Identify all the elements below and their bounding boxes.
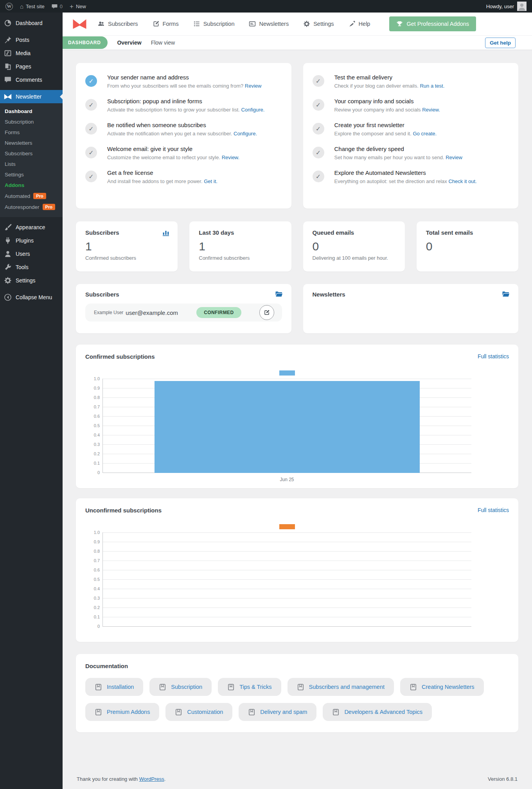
checklist-item-your-company-info-and-socials: ✓ Your company info and socials Review y… (313, 98, 509, 113)
submenu-item-automated[interactable]: AutomatedPro (0, 191, 63, 201)
pages-icon (4, 63, 12, 70)
tools-icon (4, 263, 12, 271)
checklist-item-title: Create your first newsletter (334, 122, 437, 128)
gridline: 0.4 (103, 589, 471, 589)
sidebar-item-pages[interactable]: Pages (0, 60, 63, 73)
dashboard-icon (4, 19, 12, 27)
checklist-item-get-a-free-license: ✓ Get a free license And install free ad… (85, 169, 282, 184)
stat-title: Last 30 days (199, 229, 282, 236)
submenu-item-label: Forms (5, 129, 20, 135)
doc-button-delivery-and-spam[interactable]: Delivery and spam (239, 703, 316, 721)
doc-button-installation[interactable]: Installation (85, 678, 143, 696)
sidebar-item-comments[interactable]: Comments (0, 73, 63, 86)
wp-admin-bar: W ⌂ Test site 0 + New Howdy, user (0, 0, 532, 13)
checklist-item-link[interactable]: Get it. (204, 178, 217, 184)
chart-title: Unconfirmed subscriptions (85, 507, 509, 514)
sidebar-item-settings[interactable]: Settings (0, 274, 63, 287)
plugin-nav-items: Subscribers Forms Subscription Newslette… (98, 20, 385, 27)
submenu-item-label: Autoresponder (5, 204, 40, 210)
wordpress-logo-icon[interactable]: W (5, 3, 13, 10)
doc-button-subscription[interactable]: Subscription (149, 678, 212, 696)
checklist-item-link[interactable]: Go create. (413, 131, 437, 137)
sidebar-item-appearance[interactable]: Appearance (0, 221, 63, 234)
submenu-item-autoresponder[interactable]: AutoresponderPro (0, 201, 63, 212)
plugin-nav-subscribers[interactable]: Subscribers (98, 20, 138, 27)
checklist-item-explore-the-automated-newsletters: ✓ Explore the Automated Newsletters Ever… (313, 169, 509, 184)
submenu-item-forms[interactable]: Forms (0, 127, 63, 138)
submenu-item-lists[interactable]: Lists (0, 159, 63, 169)
checklist-item-link[interactable]: Review (446, 155, 462, 160)
submenu-item-newsletters[interactable]: Newsletters (0, 138, 63, 148)
submenu-item-addons[interactable]: Addons (0, 180, 63, 191)
get-professional-addons-button[interactable]: Get Professional Addons (389, 16, 476, 31)
checklist-item-title: Welcome email: give it your style (107, 146, 239, 152)
documentation-button-label: Developers & Advanced Topics (344, 709, 422, 715)
checklist-item-link[interactable]: Configure. (234, 131, 257, 137)
stat-title: Queued emails (313, 229, 395, 236)
plugin-nav-item-label: Settings (313, 21, 334, 27)
newsletter-submenu: Dashboard Subscription Forms Newsletters… (0, 103, 63, 217)
appearance-icon (4, 223, 12, 231)
checklist-item-link[interactable]: Review. (222, 155, 240, 160)
sidebar-item-tools[interactable]: Tools (0, 261, 63, 274)
plugin-nav-subscription[interactable]: Subscription (193, 20, 235, 27)
tab-overview[interactable]: Overview (117, 40, 141, 46)
full-statistics-link[interactable]: Full statistics (478, 507, 509, 513)
sidebar-item-plugins[interactable]: Plugins (0, 234, 63, 247)
sidebar-item-media[interactable]: Media (0, 47, 63, 60)
comments-menu[interactable]: 0 (52, 4, 63, 9)
plugin-nav-newsletters[interactable]: Newsletters (249, 20, 289, 27)
open-folder-icon[interactable] (275, 290, 283, 298)
checklist-item-link[interactable]: Configure. (241, 107, 264, 113)
checklist-item-link[interactable]: Run a test. (420, 83, 444, 89)
account-menu[interactable]: Howdy, user (486, 2, 527, 11)
check-circle-icon: ✓ (85, 123, 97, 135)
bar-chart-icon[interactable] (162, 228, 170, 236)
sidebar-item-collapse-menu[interactable]: Collapse Menu (0, 291, 63, 304)
tab-flow-view[interactable]: Flow view (151, 40, 175, 46)
plugin-nav-settings[interactable]: Settings (303, 20, 334, 27)
doc-button-subscribers-and-management[interactable]: Subscribers and management (288, 678, 394, 696)
sidebar-item-label: Tools (16, 264, 29, 270)
documentation-button-label: Tips & Tricks (239, 684, 271, 690)
open-folder-icon[interactable] (502, 290, 510, 298)
checklist-item-link[interactable]: Check it out. (448, 178, 476, 184)
get-help-button[interactable]: Get help (485, 38, 516, 48)
full-statistics-link[interactable]: Full statistics (478, 353, 509, 359)
site-name-menu[interactable]: ⌂ Test site (20, 3, 45, 10)
sidebar-item-users[interactable]: Users (0, 247, 63, 261)
new-content-menu[interactable]: + New (70, 3, 86, 10)
submenu-item-subscribers[interactable]: Subscribers (0, 148, 63, 159)
sidebar-item-dashboard[interactable]: Dashboard (0, 16, 63, 30)
y-tick-label: 0.7 (86, 404, 100, 409)
lists-row: Subscribers Example User user@example.co… (76, 284, 518, 333)
settings-icon (303, 20, 310, 27)
submenu-item-subscription[interactable]: Subscription (0, 117, 63, 127)
doc-button-developers-advanced-topics[interactable]: Developers & Advanced Topics (323, 703, 432, 721)
wordpress-link[interactable]: WordPress (139, 776, 164, 782)
plugin-nav-forms[interactable]: Forms (153, 20, 179, 27)
doc-button-premium-addons[interactable]: Premium Addons (85, 703, 159, 721)
check-circle-icon: ✓ (313, 75, 324, 87)
y-tick-label: 0.9 (86, 386, 100, 390)
submenu-item-label: Newsletters (5, 140, 32, 146)
sidebar-item-newsletter[interactable]: Newsletter (0, 90, 63, 103)
y-tick-label: 0.1 (86, 461, 100, 465)
submenu-item-settings[interactable]: Settings (0, 169, 63, 180)
gridline: 0 (103, 626, 471, 627)
edit-subscriber-button[interactable] (259, 305, 274, 320)
documentation-button-label: Delivery and spam (260, 709, 307, 715)
submenu-item-dashboard[interactable]: Dashboard (0, 106, 63, 117)
doc-button-tips-tricks[interactable]: Tips & Tricks (218, 678, 281, 696)
cta-label: Get Professional Addons (406, 21, 469, 27)
doc-button-creating-newsletters[interactable]: Creating Newsletters (400, 678, 484, 696)
newsletter-logo-icon[interactable] (72, 18, 87, 30)
sidebar-item-posts[interactable]: Posts (0, 33, 63, 47)
y-tick-label: 0.3 (86, 596, 100, 600)
checklist-item-link[interactable]: Review. (422, 107, 440, 113)
doc-button-customization[interactable]: Customization (165, 703, 232, 721)
plugin-nav-help[interactable]: Help (349, 20, 370, 27)
y-tick-label: 0.4 (86, 586, 100, 591)
checklist-item-link[interactable]: Review (245, 83, 262, 89)
stat-caption: Confirmed subscribers (85, 255, 168, 261)
